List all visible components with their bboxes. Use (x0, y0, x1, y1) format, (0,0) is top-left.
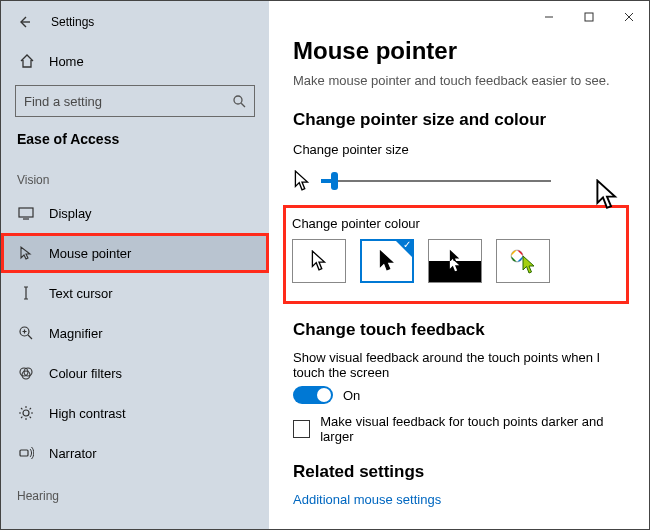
toggle-state: On (343, 388, 360, 403)
section-touch-feedback: Change touch feedback (293, 320, 625, 340)
sidebar-item-display[interactable]: Display (1, 193, 269, 233)
darker-larger-label: Make visual feedback for touch points da… (320, 414, 625, 444)
main-pane: Mouse pointer Make mouse pointer and tou… (269, 1, 649, 529)
nav-label: Magnifier (49, 326, 102, 341)
cursor-large-icon (593, 179, 623, 209)
mouse-pointer-icon (17, 244, 35, 262)
narrator-icon (17, 444, 35, 462)
nav-label: Colour filters (49, 366, 122, 381)
back-button[interactable] (15, 13, 33, 31)
pointer-colour-label: Change pointer colour (292, 216, 616, 231)
page-title: Mouse pointer (293, 37, 625, 65)
section-related: Related settings (293, 462, 625, 482)
window-title: Settings (51, 15, 94, 29)
pointer-size-slider-row (293, 163, 625, 199)
colour-filters-icon (17, 364, 35, 382)
svg-rect-1 (19, 208, 33, 217)
nav-label: Mouse pointer (49, 246, 131, 261)
home-label: Home (49, 54, 84, 69)
colour-option-white[interactable] (292, 239, 346, 283)
pointer-colour-options (292, 239, 616, 283)
colour-option-inverted[interactable] (428, 239, 482, 283)
nav-label: Display (49, 206, 92, 221)
high-contrast-icon (17, 404, 35, 422)
maximize-button[interactable] (569, 1, 609, 33)
sidebar-item-mouse-pointer[interactable]: Mouse pointer (1, 233, 269, 273)
sidebar-item-magnifier[interactable]: Magnifier (1, 313, 269, 353)
additional-mouse-settings-link[interactable]: Additional mouse settings (293, 492, 625, 507)
text-cursor-icon (17, 284, 35, 302)
close-button[interactable] (609, 1, 649, 33)
colour-option-custom[interactable] (496, 239, 550, 283)
darker-larger-checkbox[interactable] (293, 420, 310, 438)
magnifier-icon (17, 324, 35, 342)
svg-rect-8 (585, 13, 593, 21)
cursor-small-icon (293, 170, 311, 192)
nav-label: High contrast (49, 406, 126, 421)
home-icon (19, 53, 35, 69)
pointer-size-label: Change pointer size (293, 142, 625, 157)
touch-feedback-toggle[interactable] (293, 386, 333, 404)
nav-label: Text cursor (49, 286, 113, 301)
search-icon (232, 94, 246, 108)
nav-label: Narrator (49, 446, 97, 461)
pointer-size-slider[interactable] (321, 180, 551, 182)
sidebar-item-text-cursor[interactable]: Text cursor (1, 273, 269, 313)
colour-option-black[interactable] (360, 239, 414, 283)
search-placeholder: Find a setting (24, 94, 102, 109)
group-vision: Vision (1, 157, 269, 193)
section-size-colour: Change pointer size and colour (293, 110, 625, 130)
search-input[interactable]: Find a setting (15, 85, 255, 117)
sidebar-item-high-contrast[interactable]: High contrast (1, 393, 269, 433)
svg-point-6 (23, 410, 29, 416)
minimize-button[interactable] (529, 1, 569, 33)
page-subtitle: Make mouse pointer and touch feedback ea… (293, 73, 625, 88)
window-controls (529, 1, 649, 33)
sidebar-home[interactable]: Home (1, 43, 269, 79)
category-header: Ease of Access (1, 127, 269, 157)
touch-desc: Show visual feedback around the touch po… (293, 350, 625, 380)
svg-point-0 (234, 96, 242, 104)
titlebar-left: Settings (1, 1, 269, 43)
sidebar-item-narrator[interactable]: Narrator (1, 433, 269, 473)
group-hearing: Hearing (1, 473, 269, 509)
colour-section-highlight: Change pointer colour (283, 205, 629, 304)
annotation-highlight (1, 233, 269, 273)
display-icon (17, 204, 35, 222)
svg-rect-7 (20, 450, 28, 456)
svg-point-9 (511, 250, 523, 262)
sidebar: Settings Home Find a setting Ease of Acc… (1, 1, 269, 529)
sidebar-item-colour-filters[interactable]: Colour filters (1, 353, 269, 393)
